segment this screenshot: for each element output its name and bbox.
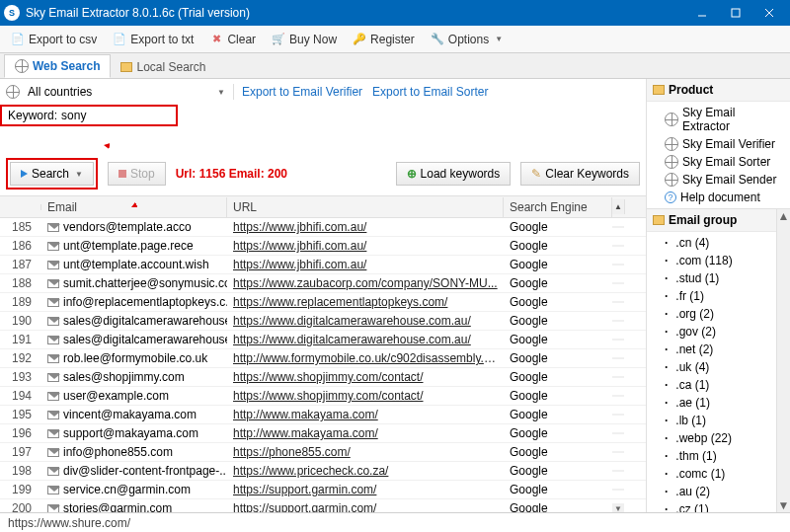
export-verifier-link[interactable]: Export to Email Verifier bbox=[242, 85, 362, 99]
product-item[interactable]: Sky Email Verifier bbox=[647, 135, 790, 153]
scrollbar-track[interactable] bbox=[612, 470, 624, 472]
row-number: 198 bbox=[0, 463, 41, 479]
product-item[interactable]: ?Help document bbox=[647, 189, 790, 206]
col-search-engine[interactable]: Search Engine bbox=[504, 197, 612, 217]
table-row[interactable]: 195 vincent@makayama.com http://www.maka… bbox=[0, 406, 646, 424]
table-row[interactable]: 198 div@slider-content-frontpage-... htt… bbox=[0, 462, 646, 481]
cell-search-engine: Google bbox=[504, 444, 612, 460]
globe-icon bbox=[665, 155, 678, 169]
table-row[interactable]: 189 info@replacementlaptopkeys.c... http… bbox=[0, 293, 646, 312]
scrollbar-track[interactable] bbox=[612, 376, 624, 378]
scrollbar-track[interactable] bbox=[612, 264, 624, 266]
cell-url[interactable]: http://www.makayama.com/ bbox=[227, 407, 504, 422]
emailgroup-item[interactable]: .ca (1) bbox=[647, 376, 776, 394]
cell-url[interactable]: http://www.makayama.com/ bbox=[227, 425, 504, 441]
clear-button[interactable]: ✖Clear bbox=[202, 29, 263, 50]
emailgroup-item[interactable]: .au (2) bbox=[647, 483, 776, 500]
emailgroup-item[interactable]: .ae (1) bbox=[647, 394, 776, 412]
scrollbar-track[interactable] bbox=[612, 489, 624, 491]
table-row[interactable]: 196 support@makayama.com http://www.maka… bbox=[0, 424, 646, 443]
table-row[interactable]: 185 vendors@template.acco https://www.jb… bbox=[0, 218, 646, 237]
buy-now-button[interactable]: 🛒Buy Now bbox=[265, 29, 344, 50]
product-item[interactable]: Sky Email Extractor bbox=[647, 104, 790, 135]
scrollbar-track[interactable] bbox=[612, 395, 624, 397]
emailgroup-item[interactable]: .cn (4) bbox=[647, 234, 776, 252]
emailgroup-item[interactable]: .stud (1) bbox=[647, 269, 776, 287]
scrollbar-track[interactable] bbox=[612, 282, 624, 284]
emailgroup-item[interactable]: .com (118) bbox=[647, 252, 776, 269]
cell-url[interactable]: http://www.formymobile.co.uk/c902disasse… bbox=[227, 350, 504, 366]
maximize-button[interactable] bbox=[719, 0, 752, 26]
minimize-button[interactable] bbox=[685, 0, 719, 26]
search-button[interactable]: Search ▼ bbox=[10, 162, 94, 186]
export-txt-button[interactable]: 📄Export to txt bbox=[106, 29, 200, 50]
search-tabs: Web Search Local Search bbox=[0, 53, 790, 79]
cell-url[interactable]: https://www.jbhifi.com.au/ bbox=[227, 238, 504, 254]
emailgroup-item[interactable]: .thm (1) bbox=[647, 447, 776, 465]
emailgroup-item[interactable]: .gov (2) bbox=[647, 323, 776, 341]
emailgroup-item[interactable]: .webp (22) bbox=[647, 429, 776, 447]
table-row[interactable]: 186 unt@template.page.rece https://www.j… bbox=[0, 237, 646, 256]
scrollbar-track[interactable] bbox=[612, 432, 624, 434]
product-item[interactable]: Sky Email Sender bbox=[647, 171, 790, 189]
product-item[interactable]: Sky Email Sorter bbox=[647, 153, 790, 171]
scrollbar-track[interactable] bbox=[612, 451, 624, 453]
cell-url[interactable]: https://www.digitalcamerawarehouse.com.a… bbox=[227, 313, 504, 329]
table-row[interactable]: 192 rob.lee@formymobile.co.uk http://www… bbox=[0, 349, 646, 368]
table-row[interactable]: 191 sales@digitalcamerawarehouse... http… bbox=[0, 331, 646, 349]
cell-url[interactable]: https://support.garmin.com/ bbox=[227, 482, 504, 497]
scrollbar-track[interactable] bbox=[612, 357, 624, 359]
table-row[interactable]: 194 user@example.com https://www.shopjim… bbox=[0, 387, 646, 406]
tab-local-search[interactable]: Local Search bbox=[111, 56, 215, 78]
cell-url[interactable]: https://phone855.com/ bbox=[227, 444, 504, 460]
table-row[interactable]: 199 service.cn@garmin.com https://suppor… bbox=[0, 481, 646, 499]
load-keywords-button[interactable]: ⊕ Load keywords bbox=[396, 162, 512, 186]
cell-url[interactable]: https://www.digitalcamerawarehouse.com.a… bbox=[227, 332, 504, 347]
cell-search-engine: Google bbox=[504, 482, 612, 497]
table-row[interactable]: 187 unt@template.account.wish https://ww… bbox=[0, 256, 646, 274]
scrollbar-track[interactable]: ▼ bbox=[612, 503, 624, 513]
emailgroup-item[interactable]: .comc (1) bbox=[647, 465, 776, 483]
cell-url[interactable]: https://www.shopjimmy.com/contact/ bbox=[227, 388, 504, 404]
emailgroup-item[interactable]: .fr (1) bbox=[647, 287, 776, 305]
register-button[interactable]: 🔑Register bbox=[346, 29, 422, 50]
close-button[interactable] bbox=[752, 0, 786, 26]
emailgroup-item[interactable]: .uk (4) bbox=[647, 358, 776, 376]
scrollbar-track[interactable] bbox=[612, 226, 624, 228]
emailgroup-item[interactable]: .lb (1) bbox=[647, 412, 776, 429]
export-sorter-link[interactable]: Export to Email Sorter bbox=[372, 85, 488, 99]
cell-url[interactable]: https://www.pricecheck.co.za/ bbox=[227, 463, 504, 479]
cell-url[interactable]: https://www.zaubacorp.com/company/SONY-M… bbox=[227, 275, 504, 291]
table-row[interactable]: 193 sales@shopjimmy.com https://www.shop… bbox=[0, 368, 646, 387]
table-row[interactable]: 200 stories@garmin.com https://support.g… bbox=[0, 499, 646, 512]
cell-url[interactable]: https://www.replacementlaptopkeys.com/ bbox=[227, 294, 504, 310]
clear-keywords-button[interactable]: ✎ Clear Keywords bbox=[520, 162, 640, 186]
emailgroup-item-label: .cz (1) bbox=[675, 502, 708, 512]
scrollbar-track[interactable] bbox=[612, 320, 624, 322]
table-row[interactable]: 197 info@phone855.com https://phone855.c… bbox=[0, 443, 646, 462]
right-scrollbar[interactable]: ▲▼ bbox=[776, 209, 790, 512]
cell-search-engine: Google bbox=[504, 257, 612, 272]
cell-url[interactable]: https://www.shopjimmy.com/contact/ bbox=[227, 369, 504, 385]
table-row[interactable]: 190 sales@digitalcamerawarehouse... http… bbox=[0, 312, 646, 331]
emailgroup-item[interactable]: .org (2) bbox=[647, 305, 776, 323]
emailgroup-item[interactable]: .cz (1) bbox=[647, 500, 776, 512]
country-selector[interactable]: All countries ▼ bbox=[28, 85, 225, 99]
col-email[interactable]: Email bbox=[41, 197, 227, 217]
cell-url[interactable]: https://www.jbhifi.com.au/ bbox=[227, 257, 504, 272]
scrollbar-track[interactable] bbox=[612, 301, 624, 303]
keyword-input[interactable] bbox=[61, 109, 150, 122]
cell-url[interactable]: https://support.garmin.com/ bbox=[227, 500, 504, 512]
scrollbar-track[interactable] bbox=[612, 414, 624, 416]
options-button[interactable]: 🔧Options▼ bbox=[424, 29, 510, 50]
table-row[interactable]: 188 sumit.chatterjee@sonymusic.com https… bbox=[0, 274, 646, 293]
tab-web-search[interactable]: Web Search bbox=[4, 54, 111, 78]
emailgroup-item[interactable]: .net (2) bbox=[647, 341, 776, 358]
scrollbar-track[interactable] bbox=[612, 339, 624, 341]
scrollbar-track[interactable] bbox=[612, 245, 624, 247]
col-url[interactable]: URL bbox=[227, 197, 504, 217]
stop-button[interactable]: Stop bbox=[108, 162, 166, 186]
cell-url[interactable]: https://www.jbhifi.com.au/ bbox=[227, 219, 504, 235]
export-csv-button[interactable]: 📄Export to csv bbox=[4, 29, 104, 50]
scroll-up-button[interactable]: ▲ bbox=[612, 199, 625, 214]
